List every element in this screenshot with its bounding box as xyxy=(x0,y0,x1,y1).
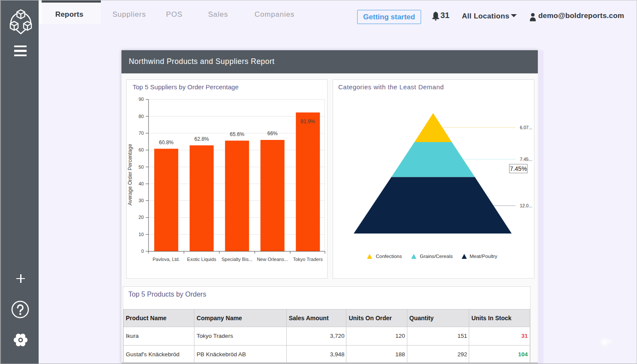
svg-text:7.45...: 7.45... xyxy=(520,157,532,162)
svg-text:6.07...: 6.07... xyxy=(520,125,532,130)
svg-text:66%: 66% xyxy=(267,130,277,136)
svg-text:80: 80 xyxy=(138,114,143,119)
svg-text:60.8%: 60.8% xyxy=(159,140,173,146)
svg-text:30: 30 xyxy=(138,198,143,203)
svg-text:81.9%: 81.9% xyxy=(300,118,315,124)
svg-text:Meat/Poultry: Meat/Poultry xyxy=(470,254,497,259)
svg-text:Grains/Cereals: Grains/Cereals xyxy=(420,254,453,259)
svg-text:7.45%: 7.45% xyxy=(510,165,527,172)
svg-text:40: 40 xyxy=(138,181,143,186)
svg-text:90: 90 xyxy=(138,97,143,102)
svg-text:60: 60 xyxy=(138,147,143,152)
svg-text:62.8%: 62.8% xyxy=(194,136,209,142)
svg-text:Exotic Liquids: Exotic Liquids xyxy=(187,257,216,262)
svg-text:70: 70 xyxy=(138,130,143,136)
svg-text:Tokyo Traders: Tokyo Traders xyxy=(293,257,323,262)
svg-text:Top 5 Suppliers by Order Perce: Top 5 Suppliers by Order Percentage xyxy=(133,83,239,91)
svg-text:Categories with the Least Dema: Categories with the Least Demand xyxy=(338,83,444,91)
svg-text:50: 50 xyxy=(138,164,143,170)
svg-text:20: 20 xyxy=(138,215,143,220)
svg-text:Confections: Confections xyxy=(376,254,402,259)
svg-text:12.0...: 12.0... xyxy=(520,203,532,208)
svg-text:New Orleans...: New Orleans... xyxy=(257,257,288,262)
svg-text:10: 10 xyxy=(138,232,143,237)
svg-text:Pavlova, Ltd.: Pavlova, Ltd. xyxy=(152,257,180,262)
svg-text:65.6%: 65.6% xyxy=(230,131,244,137)
svg-text:0: 0 xyxy=(141,249,143,254)
svg-text:Average Order Percentage: Average Order Percentage xyxy=(127,144,133,206)
svg-text:Specialty Bis...: Specialty Bis... xyxy=(221,257,252,262)
